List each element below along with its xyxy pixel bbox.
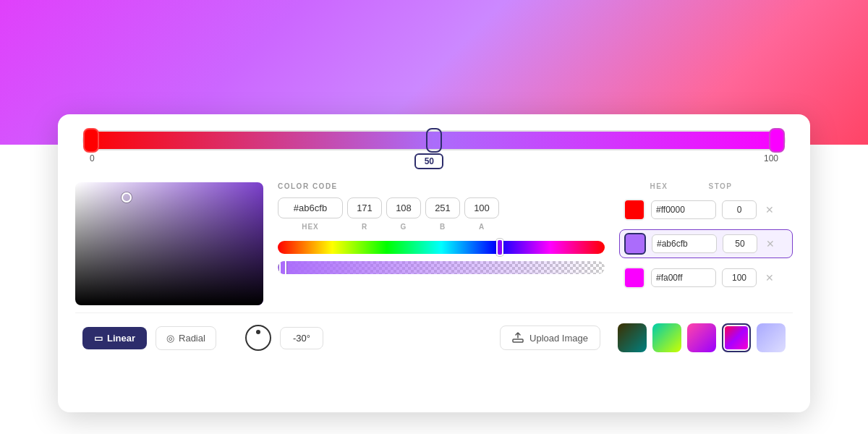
stop-handle-right[interactable] xyxy=(769,128,785,153)
stop-hex-3[interactable] xyxy=(651,268,716,287)
stop-delete-2[interactable]: ✕ xyxy=(763,237,778,251)
stop-row: ✕ xyxy=(619,196,793,224)
stop-handle-mid[interactable] xyxy=(426,128,442,153)
radial-label: Radial xyxy=(179,333,205,344)
stop-pos-2[interactable] xyxy=(723,234,757,253)
upload-icon xyxy=(512,332,524,344)
alpha-overlay xyxy=(278,261,605,274)
stop-pos-1[interactable] xyxy=(722,200,757,219)
stop-swatch-3[interactable] xyxy=(624,267,645,289)
radial-icon: ◎ xyxy=(166,333,174,344)
b-input[interactable] xyxy=(425,197,460,218)
upload-image-button[interactable]: Upload Image xyxy=(500,326,600,350)
r-input[interactable] xyxy=(347,197,382,218)
linear-icon: ▭ xyxy=(94,333,103,344)
stop-delete-1[interactable]: ✕ xyxy=(762,203,777,217)
stop-labels: 0 50 100 xyxy=(82,150,786,169)
stop-swatch-2[interactable] xyxy=(624,233,646,255)
hue-slider[interactable] xyxy=(278,241,605,254)
alpha-thumb[interactable] xyxy=(279,261,286,274)
preset-swatch-1[interactable] xyxy=(618,323,647,352)
linear-button[interactable]: ▭ Linear xyxy=(82,327,147,349)
labels-row: HEX R G B A xyxy=(278,223,605,231)
linear-label: Linear xyxy=(107,333,135,344)
preset-swatches xyxy=(618,323,786,352)
content-area: COLOR CODE HEX R G B A xyxy=(75,175,793,305)
stop-pos-3[interactable] xyxy=(722,268,757,287)
g-label: G xyxy=(386,223,421,231)
a-input[interactable] xyxy=(464,197,499,218)
stop-label-mid[interactable]: 50 xyxy=(414,153,443,169)
stops-header: HEX STOP xyxy=(619,182,793,196)
stops-header-stop: STOP xyxy=(699,182,742,190)
hue-thumb[interactable] xyxy=(496,239,503,256)
g-input[interactable] xyxy=(386,197,421,218)
stop-row-3: ✕ xyxy=(619,264,793,292)
stop-delete-3[interactable]: ✕ xyxy=(762,271,777,285)
preset-swatch-2[interactable] xyxy=(652,323,681,352)
alpha-slider[interactable] xyxy=(278,261,605,274)
stop-swatch-1[interactable] xyxy=(624,199,645,221)
stops-header-icon xyxy=(742,182,764,190)
stops-header-hex: HEX xyxy=(619,182,699,190)
stop-row-active: ✕ xyxy=(619,229,793,258)
b-label: B xyxy=(425,223,460,231)
preset-swatch-3[interactable] xyxy=(687,323,716,352)
upload-label: Upload Image xyxy=(529,333,588,344)
angle-circle[interactable] xyxy=(245,325,271,351)
svg-rect-0 xyxy=(513,339,523,342)
picker-gradient[interactable] xyxy=(75,182,263,305)
color-values-row xyxy=(278,197,605,218)
angle-value[interactable]: -30° xyxy=(280,327,323,349)
angle-dot xyxy=(256,330,260,334)
hex-input[interactable] xyxy=(278,197,343,218)
radial-button[interactable]: ◎ Radial xyxy=(156,326,216,350)
color-code-label: COLOR CODE xyxy=(278,182,605,190)
gradient-slider-row: 0 50 100 xyxy=(75,114,793,175)
r-label: R xyxy=(347,223,382,231)
a-label: A xyxy=(464,223,499,231)
hex-label: HEX xyxy=(278,223,343,231)
stop-hex-1[interactable] xyxy=(651,200,716,219)
stop-label-left: 0 xyxy=(90,153,95,169)
picker-cursor[interactable] xyxy=(122,192,132,203)
bottom-controls: ▭ Linear ◎ Radial -30° Upload Image xyxy=(75,312,793,352)
hue-slider-container xyxy=(278,241,605,254)
color-picker-panel: 0 50 100 COLOR CODE HEX R xyxy=(58,114,810,412)
stop-hex-2[interactable] xyxy=(652,234,717,253)
preset-swatch-4[interactable] xyxy=(722,323,751,352)
stops-section: HEX STOP ✕ ✕ xyxy=(619,182,793,305)
color-picker-canvas[interactable] xyxy=(75,182,263,305)
stop-label-right: 100 xyxy=(764,153,778,169)
gradient-track[interactable] xyxy=(82,130,786,150)
color-code-section: COLOR CODE HEX R G B A xyxy=(278,182,605,305)
alpha-slider-container xyxy=(278,261,605,274)
preset-swatch-5[interactable] xyxy=(757,323,786,352)
stop-handle-left[interactable] xyxy=(83,128,99,153)
